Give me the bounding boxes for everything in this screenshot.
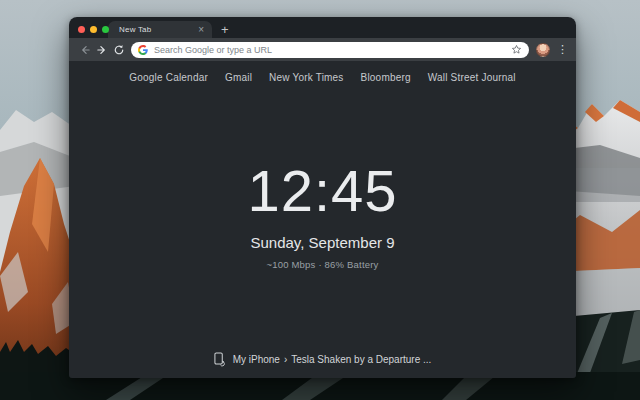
chevron-separator: ›: [284, 354, 287, 365]
new-tab-page: Google Calendar Gmail New York Times Blo…: [69, 61, 576, 378]
synced-device-name: My iPhone: [233, 354, 280, 365]
tab-title: New Tab: [119, 25, 197, 34]
phone-sync-icon: [214, 352, 225, 367]
clock-time: 12:45: [247, 162, 397, 220]
clock-block: 12:45 Sunday, September 9 ~100 Mbps · 86…: [69, 53, 576, 378]
tab-new-tab[interactable]: New Tab ×: [108, 21, 212, 38]
window-minimize-button[interactable]: [90, 26, 97, 33]
tab-close-icon[interactable]: ×: [197, 25, 205, 35]
synced-tab-footer[interactable]: My iPhone › Tesla Shaken by a Departure …: [69, 352, 576, 367]
traffic-lights: [78, 26, 109, 33]
window-zoom-button[interactable]: [102, 26, 109, 33]
synced-tab-headline: Tesla Shaken by a Departure ...: [291, 354, 431, 365]
status-line: ~100 Mbps · 86% Battery: [266, 259, 378, 270]
browser-window: New Tab × + ⋮: [69, 17, 576, 378]
clock-date: Sunday, September 9: [251, 234, 395, 251]
synced-tab-text: My iPhone › Tesla Shaken by a Departure …: [233, 354, 432, 365]
window-close-button[interactable]: [78, 26, 85, 33]
new-tab-icon[interactable]: +: [221, 24, 229, 35]
tab-strip: New Tab × +: [69, 17, 576, 38]
